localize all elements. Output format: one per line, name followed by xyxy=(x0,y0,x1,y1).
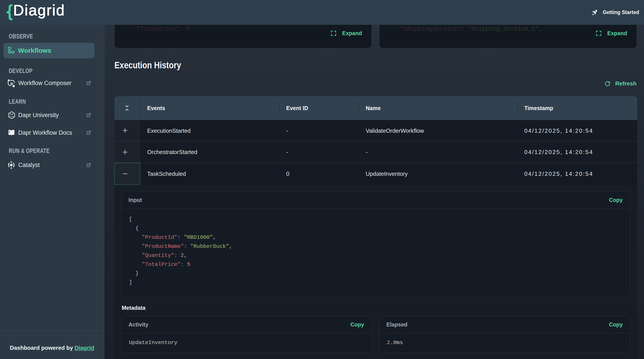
svg-text:University: University xyxy=(9,116,14,117)
svg-text:dapr: dapr xyxy=(10,113,14,115)
